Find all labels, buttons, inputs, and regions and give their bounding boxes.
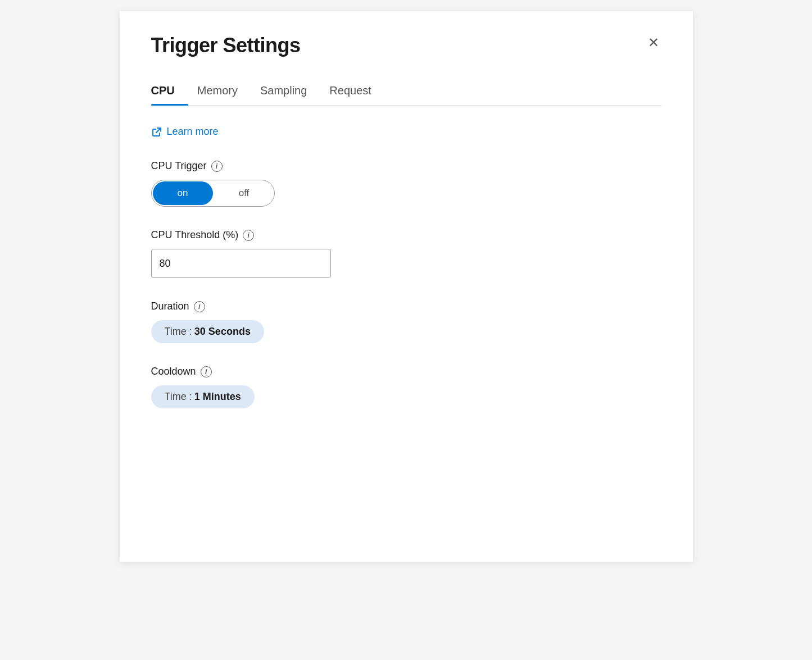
duration-label-text: Duration — [151, 301, 189, 312]
cpu-threshold-label-text: CPU Threshold (%) — [151, 229, 239, 241]
cpu-threshold-input[interactable] — [151, 249, 331, 278]
duration-time-prefix: Time : — [165, 326, 192, 338]
cpu-trigger-section: CPU Trigger i on off — [151, 160, 661, 207]
duration-time-value: 30 Seconds — [194, 326, 251, 338]
tab-sampling[interactable]: Sampling — [260, 78, 320, 105]
trigger-settings-dialog: Trigger Settings ✕ CPU Memory Sampling R… — [120, 11, 693, 562]
cpu-threshold-label-row: CPU Threshold (%) i — [151, 229, 661, 241]
duration-section: Duration i Time : 30 Seconds — [151, 301, 661, 343]
duration-time-pill[interactable]: Time : 30 Seconds — [151, 320, 264, 343]
cpu-trigger-label-row: CPU Trigger i — [151, 160, 661, 172]
cooldown-label-row: Cooldown i — [151, 366, 661, 377]
cpu-trigger-label-text: CPU Trigger — [151, 160, 207, 172]
dialog-header: Trigger Settings ✕ — [151, 34, 661, 57]
learn-more-text: Learn more — [167, 126, 219, 138]
cooldown-time-prefix: Time : — [165, 391, 192, 403]
cpu-trigger-info-icon[interactable]: i — [211, 161, 223, 172]
cooldown-time-pill[interactable]: Time : 1 Minutes — [151, 385, 255, 408]
external-link-icon — [151, 126, 162, 138]
tabs-container: CPU Memory Sampling Request — [151, 78, 661, 106]
cpu-trigger-toggle[interactable]: on off — [151, 180, 275, 207]
cooldown-label-text: Cooldown — [151, 366, 196, 377]
dialog-title: Trigger Settings — [151, 34, 301, 57]
duration-label-row: Duration i — [151, 301, 661, 312]
tab-request[interactable]: Request — [329, 78, 385, 105]
cooldown-info-icon[interactable]: i — [201, 366, 212, 377]
toggle-on-button[interactable]: on — [153, 181, 213, 205]
duration-info-icon[interactable]: i — [194, 301, 205, 312]
learn-more-link[interactable]: Learn more — [151, 126, 219, 138]
tab-cpu[interactable]: CPU — [151, 78, 188, 105]
cooldown-section: Cooldown i Time : 1 Minutes — [151, 366, 661, 408]
tab-memory[interactable]: Memory — [197, 78, 251, 105]
cooldown-time-value: 1 Minutes — [194, 391, 241, 403]
cpu-threshold-info-icon[interactable]: i — [243, 230, 254, 241]
close-button[interactable]: ✕ — [646, 34, 661, 52]
cpu-threshold-section: CPU Threshold (%) i — [151, 229, 661, 278]
toggle-off-button[interactable]: off — [214, 180, 274, 206]
